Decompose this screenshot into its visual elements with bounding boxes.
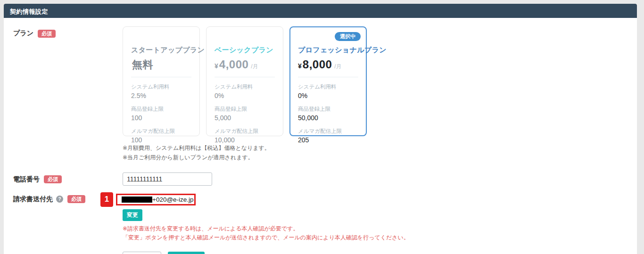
selected-badge: 選択中 [335,32,361,41]
price-suffix: /月 [334,63,341,71]
address-content: 住所検索 [123,252,627,254]
address-search-button[interactable]: 住所検索 [168,252,205,254]
plan-price: 無料 [131,58,191,72]
plan-card-startup[interactable]: スタートアッププラン 無料 システム利用料 2.5% 商品登録上限 [123,26,200,136]
price-currency: ¥ [298,62,302,70]
contract-settings-form: プラン 必須 スタートアッププラン 無料 システム利用料 [4,18,637,254]
invoice-label: 請求書送付先 [13,195,53,204]
attr-value: 2.5% [131,92,191,99]
plan-attr-fee: システム利用料 0% [298,83,358,99]
price-suffix: /月 [251,63,258,71]
price-amount: 4,000 [219,58,249,71]
attr-value: 50,000 [298,114,358,122]
attr-label: システム利用料 [131,83,191,90]
plan-attr-newsletter: メルマガ配信上限 100 [131,128,191,144]
attr-label: 商品登録上限 [215,106,275,113]
divider [215,77,275,77]
attr-label: システム利用料 [215,83,275,90]
attr-label: メルマガ配信上限 [215,128,275,135]
invoice-email-field[interactable]: +020@e-ize.jp [116,194,196,205]
price-amount: 無料 [132,58,153,72]
plan-note-apply: ※当月ご利用分から新しいプランが適用されます。 [123,153,627,163]
billing-address-row: 請求先住所 必須 住所検索 [9,252,627,254]
attr-label: 商品登録上限 [298,106,358,113]
plan-label-group: プラン 必須 [9,26,123,38]
phone-content [123,172,627,186]
plan-notes: ※月額費用、システム利用料は【税込】価格となります。 ※当月ご利用分から新しいプ… [123,144,627,163]
plan-price: ¥ 8,000 /月 [298,58,358,72]
contract-settings-panel: 契約情報設定 プラン 必須 スタートアッププラン 無料 [4,4,637,254]
phone-label-group: 電話番号 必須 [9,172,123,184]
invoice-destination-row: 請求書送付先 ? 必須 1 +020@e-ize.jp 変更 ※請求書送付先を変… [9,192,627,242]
attr-value: 0% [298,92,358,99]
divider [298,77,358,77]
attr-value: 100 [131,114,191,122]
help-icon[interactable]: ? [56,196,63,203]
invoice-note-verify: ※請求書送付先を変更する時は、メールによる本人確認が必要です。 [123,224,627,233]
panel-title: 契約情報設定 [4,4,637,18]
phone-row: 電話番号 必須 [9,172,627,186]
attr-label: メルマガ配信上限 [131,128,191,135]
divider [131,77,191,77]
postal-code-input[interactable] [123,252,161,254]
attr-label: システム利用料 [298,83,358,90]
attr-value: 205 [298,136,358,144]
plan-row: プラン 必須 スタートアッププラン 無料 システム利用料 [9,26,627,163]
required-badge: 必須 [67,195,85,203]
required-badge: 必須 [44,175,62,183]
attr-value: 0% [215,92,275,99]
invoice-notes: ※請求書送付先を変更する時は、メールによる本人確認が必要です。 「変更」ボタンを… [123,224,627,242]
plan-attr-fee: システム利用料 2.5% [131,83,191,99]
plan-attr-fee: システム利用料 0% [215,83,275,99]
phone-label: 電話番号 [13,175,40,184]
change-button-wrap: 変更 [123,209,627,221]
plan-attr-products: 商品登録上限 100 [131,106,191,122]
plan-attr-products: 商品登録上限 50,000 [298,106,358,122]
plan-content: スタートアッププラン 無料 システム利用料 2.5% 商品登録上限 [123,26,627,163]
invoice-email-text: +020@e-ize.jp [152,196,194,203]
required-badge: 必須 [38,30,56,38]
plan-cards: スタートアッププラン 無料 システム利用料 2.5% 商品登録上限 [123,26,627,136]
plan-name: ベーシックプラン [215,46,275,55]
invoice-content: 1 +020@e-ize.jp 変更 ※請求書送付先を変更する時は、メールによる… [123,192,627,242]
address-label-group: 請求先住所 必須 [9,252,123,254]
phone-input[interactable] [123,172,212,186]
plan-note-tax: ※月額費用、システム利用料は【税込】価格となります。 [123,144,627,153]
plan-attr-products: 商品登録上限 5,000 [215,106,275,122]
attr-label: 商品登録上限 [131,106,191,113]
redacted-email-bar [122,197,152,203]
attr-label: メルマガ配信上限 [298,128,358,135]
invoice-note-mail: 「変更」ボタンを押すと本人確認メールが送信されますので、メールの案内により本人確… [123,233,627,242]
plan-name: プロフェッショナルプラン [298,46,358,55]
attr-value: 100 [131,136,191,144]
plan-attr-newsletter: メルマガ配信上限 205 [298,128,358,144]
plan-attr-newsletter: メルマガ配信上限 10,000 [215,128,275,144]
annotated-email-region: 1 +020@e-ize.jp [100,192,627,207]
change-button[interactable]: 変更 [123,209,142,221]
plan-price: ¥ 4,000 /月 [215,58,275,72]
attr-value: 5,000 [215,114,275,122]
annotation-marker-1: 1 [100,192,113,207]
plan-name: スタートアッププラン [131,46,191,55]
plan-card-basic[interactable]: ベーシックプラン ¥ 4,000 /月 システム利用料 0% 商品登録上限 [206,26,283,136]
plan-card-professional[interactable]: 選択中 プロフェッショナルプラン ¥ 8,000 /月 システム利用料 0% [289,26,367,136]
price-amount: 8,000 [303,58,332,71]
plan-label: プラン [13,29,33,38]
price-currency: ¥ [215,62,218,70]
attr-value: 10,000 [215,136,275,144]
